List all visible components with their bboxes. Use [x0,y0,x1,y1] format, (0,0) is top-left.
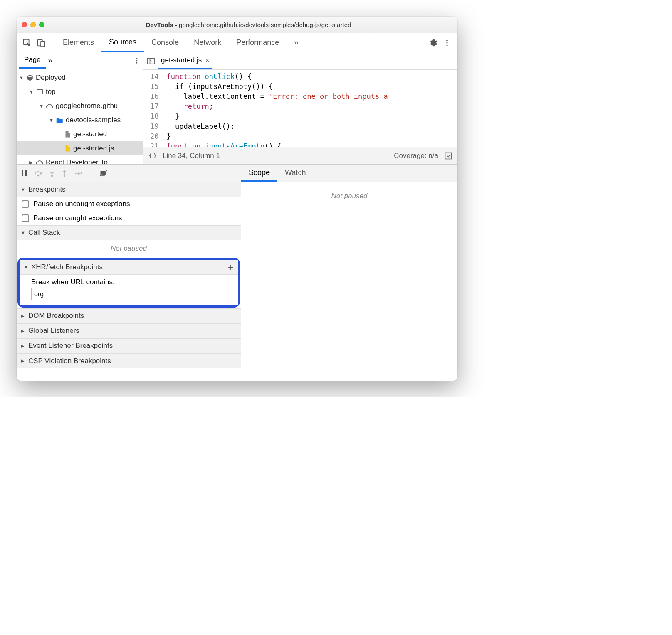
code-content[interactable]: function onClick() { if (inputsAreEmpty(… [163,70,388,147]
tree-file-html[interactable]: get-started [17,127,143,141]
tree-origin[interactable]: ▼ googlechrome.githu [17,99,143,113]
pause-icon[interactable] [21,170,27,177]
tabs-overflow[interactable]: » [287,34,306,51]
debugger-right-panel: Scope Watch Not paused [241,165,457,381]
tab-watch[interactable]: Watch [277,165,313,182]
svg-point-17 [80,172,82,174]
js-file-icon [63,144,72,153]
debugger-toolbar [17,165,241,182]
deactivate-breakpoints-icon[interactable] [99,170,108,177]
devtools-window: DevTools - googlechrome.github.io/devtoo… [17,17,457,381]
svg-rect-12 [22,170,23,176]
svg-point-16 [64,175,65,176]
section-csp-breakpoints[interactable]: ▶CSP Violation Breakpoints [17,353,241,368]
callstack-not-paused: Not paused [17,240,241,257]
window-title: DevTools - googlechrome.github.io/devtoo… [44,21,452,28]
tree-top[interactable]: ▼ top [17,85,143,99]
step-out-icon[interactable] [62,170,67,177]
section-breakpoints[interactable]: ▼Breakpoints [17,182,241,197]
svg-point-14 [37,175,39,176]
tree-extension[interactable]: ▶ React Developer To [17,155,143,164]
debugger-left-panel: ▼Breakpoints Pause on uncaught exception… [17,165,241,381]
titlebar: DevTools - googlechrome.github.io/devtoo… [17,17,457,33]
svg-point-3 [446,39,447,41]
add-xhr-breakpoint-icon[interactable]: + [228,261,234,273]
section-global-listeners[interactable]: ▶Global Listeners [17,323,241,338]
xhr-breakpoints-highlight: ▼XHR/fetch Breakpoints + Break when URL … [17,258,240,308]
toggle-navigator-icon[interactable] [147,57,155,65]
cloud-icon [46,102,54,110]
svg-rect-13 [25,170,27,176]
editor-file-tab[interactable]: get-started.js × [158,53,212,69]
step-over-icon[interactable] [34,170,42,177]
svg-rect-11 [445,153,452,159]
pause-uncaught-checkbox[interactable]: Pause on uncaught exceptions [17,197,241,211]
xhr-url-input[interactable] [31,288,232,300]
device-toolbar-icon[interactable] [34,36,48,50]
section-xhr-breakpoints[interactable]: ▼XHR/fetch Breakpoints + [20,260,238,275]
document-icon [63,130,72,138]
navigator-overflow[interactable]: » [48,57,52,65]
svg-point-15 [51,175,53,176]
tab-network[interactable]: Network [186,34,229,51]
coverage-status: Coverage: n/a [394,152,438,160]
cloud-icon [36,158,44,164]
svg-rect-9 [37,90,43,94]
step-icon[interactable] [74,170,82,176]
svg-point-4 [446,42,447,43]
tab-sources[interactable]: Sources [101,34,144,52]
tab-elements[interactable]: Elements [55,34,101,51]
window-controls [22,22,44,27]
section-callstack[interactable]: ▼Call Stack [17,225,241,240]
settings-gear-icon[interactable] [426,36,440,50]
step-into-icon[interactable] [49,170,55,177]
svg-point-7 [136,60,138,61]
minimize-window-button[interactable] [30,22,36,27]
coverage-dropdown-icon[interactable] [444,152,452,160]
close-tab-icon[interactable]: × [205,56,210,65]
tab-scope[interactable]: Scope [241,165,277,182]
line-gutter: 141516171819202122 [143,70,163,147]
scope-not-paused: Not paused [241,182,457,204]
zoom-window-button[interactable] [39,22,44,27]
tab-console[interactable]: Console [144,34,186,51]
frame-icon [36,88,44,96]
file-tree: ▼ Deployed ▼ top ▼ googlechrome.githu [17,69,143,164]
kebab-menu-icon[interactable] [440,36,454,50]
section-event-listener-breakpoints[interactable]: ▶Event Listener Breakpoints [17,338,241,353]
section-dom-breakpoints[interactable]: ▶DOM Breakpoints [17,308,241,323]
navigator-kebab-icon[interactable] [133,57,141,64]
svg-point-5 [446,44,447,46]
navigator-tab-page[interactable]: Page [19,52,46,69]
cube-icon [26,74,34,82]
pretty-print-icon[interactable] [148,153,157,159]
svg-rect-2 [41,41,44,47]
cursor-position: Line 34, Column 1 [163,152,220,160]
svg-point-8 [136,62,138,63]
tab-performance[interactable]: Performance [229,34,287,51]
tree-deployed[interactable]: ▼ Deployed [17,71,143,85]
xhr-breakpoint-label: Break when URL contains: [31,278,232,286]
tree-folder[interactable]: ▼ devtools-samples [17,113,143,127]
editor-statusbar: Line 34, Column 1 Coverage: n/a [143,147,457,164]
folder-icon [56,116,64,124]
main-tab-strip: Elements Sources Console Network Perform… [17,33,457,52]
code-editor: get-started.js × 141516171819202122 func… [143,52,457,164]
tree-file-js[interactable]: get-started.js [17,141,143,155]
pause-caught-checkbox[interactable]: Pause on caught exceptions [17,211,241,225]
navigator-panel: Page » ▼ Deployed ▼ [17,52,143,164]
close-window-button[interactable] [22,22,27,27]
svg-point-6 [136,58,138,59]
inspect-element-icon[interactable] [20,36,34,50]
